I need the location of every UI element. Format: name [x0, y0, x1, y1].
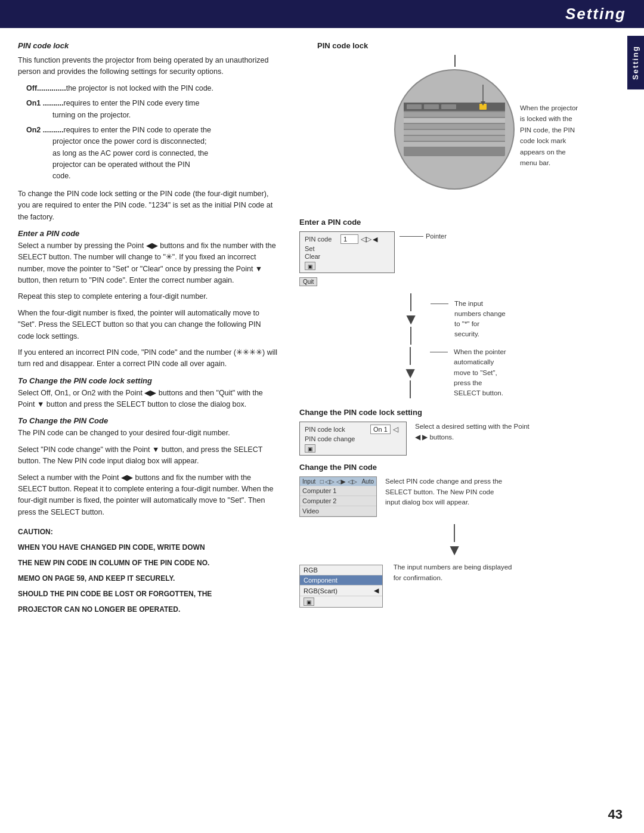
rgb-icon-row: ▣	[300, 596, 382, 607]
svg-rect-9	[404, 124, 505, 129]
annotation-text-2: When the pointerautomaticallymove to "Se…	[454, 347, 506, 398]
component-row: Component	[300, 575, 382, 586]
svg-rect-4	[424, 104, 439, 109]
annotation-1-content: The inputnumbers changeto "*" forsecurit…	[431, 299, 506, 340]
down-arrow-3: ▼	[447, 524, 462, 558]
annotation-2: When the pointerautomaticallymove to "Se…	[430, 347, 506, 398]
annot-line-2	[430, 352, 448, 352]
pin-code-box: PIN code 1 ◁▷ ◀ Set Clear ▣	[299, 231, 395, 273]
down-arrow-2-container: ▼ When the pointerautomaticallymove to "…	[299, 347, 609, 398]
v-line-2	[410, 327, 411, 345]
page-header: Setting	[0, 0, 644, 28]
change-lock-icon-btn[interactable]: ▣	[305, 444, 315, 453]
svg-rect-10	[404, 130, 505, 135]
change-pin-text1: The PIN code can be changed to your desi…	[18, 428, 279, 439]
change-lock-value: On 1	[370, 425, 391, 434]
svg-rect-12	[404, 142, 505, 147]
pin-code-diagram-1: PIN code 1 ◁▷ ◀ Set Clear ▣ Quit	[299, 231, 609, 286]
change-lock-ui-box: PIN code lock On 1 ◁ PIN code change ▣	[299, 422, 407, 456]
change-pin-title: To Change the PIN Code	[18, 416, 279, 425]
change-lock-note: Select a desired setting with the Point …	[415, 422, 534, 442]
input-selector-box: Input □ ◁▷ ◁▶ ◁▷ Auto Computer 1 Compute…	[299, 476, 377, 517]
pin-icon-btn[interactable]: ▣	[305, 262, 315, 270]
pin-row-1: PIN code 1 ◁▷ ◀	[305, 234, 389, 244]
change-lock-row-2: PIN code change	[305, 435, 401, 442]
v-line-1	[410, 293, 411, 311]
change-lock-box: PIN code lock On 1 ◁ PIN code change ▣	[299, 422, 407, 456]
change-lock-title: To Change the PIN code lock setting	[18, 376, 279, 385]
v-line-4	[410, 380, 411, 398]
change-lock-title-right: Change the PIN code lock setting	[299, 408, 609, 417]
option-off-label: Off..............	[26, 84, 66, 92]
change-pin-text2: Select "PIN code change" with the Point …	[18, 444, 279, 467]
caution-line-1: WHEN YOU HAVE CHANGED PIN CODE, WRITE DO…	[18, 542, 279, 553]
para1: To change the PIN code lock setting or t…	[18, 188, 279, 223]
computer2-row: Computer 2	[300, 496, 376, 506]
circle-diagram-container: When the projectoris locked with thePIN …	[392, 67, 517, 194]
pin-icon-row: ▣	[305, 262, 389, 270]
down-arrow-icon-2: ▼	[402, 365, 418, 380]
pin-enter-arrow: ◀	[373, 236, 377, 243]
pin-code-ui-box-1: PIN code 1 ◁▷ ◀ Set Clear ▣ Quit	[299, 231, 395, 286]
change-lock-arrows: ◁	[393, 425, 398, 433]
change-lock-label: PIN code lock	[305, 426, 370, 433]
computer1-row: Computer 1	[300, 486, 376, 496]
rgb-box-container: RGB Component RGB(Scart) ◀ ▣ The input n…	[299, 560, 609, 608]
quit-button[interactable]: Quit	[299, 277, 317, 286]
change-pin-text3: Select a number with the Point ◀▶ button…	[18, 472, 279, 519]
rgb-label: RGB	[304, 566, 379, 574]
change-lock-text: Select Off, On1, or On2 with the Point ◀…	[18, 388, 279, 411]
circle-line1: When the projectoris locked with thePIN …	[520, 104, 578, 166]
rgb-note: The input numbers are being displayed fo…	[394, 562, 513, 583]
change-lock-diagram: PIN code lock On 1 ◁ PIN code change ▣ S…	[299, 422, 609, 456]
svg-rect-7	[404, 112, 505, 117]
down-arrow-icon-3: ▼	[447, 542, 462, 558]
left-section-title: PIN code lock	[18, 41, 279, 50]
circle-text: When the projectoris locked with thePIN …	[520, 103, 624, 168]
annot-line-1	[431, 304, 448, 304]
content-area: PIN code lock This function prevents the…	[0, 28, 644, 815]
pin-code-lock-title-right: PIN code lock	[317, 41, 368, 50]
svg-rect-5	[441, 104, 456, 109]
component-label: Component	[304, 577, 379, 584]
intro-paragraph: This function prevents the projector fro…	[18, 55, 279, 78]
pointer-line-container: Pointer	[400, 233, 447, 240]
left-column: PIN code lock This function prevents the…	[0, 28, 292, 815]
input-selector-header: Input □ ◁▷ ◁▶ ◁▷ Auto	[300, 477, 376, 486]
svg-rect-8	[404, 118, 505, 123]
change-lock-right-section: Change the PIN code lock setting PIN cod…	[299, 408, 609, 456]
circle-callout-text: When the projectoris locked with thePIN …	[520, 103, 624, 168]
quit-area: Quit	[299, 275, 395, 286]
input-header-icons: □ ◁▷ ◁▶ ◁▷	[320, 478, 357, 485]
enter-pin-text2: Repeat this step to complete entering a …	[18, 291, 279, 302]
option-on2-desc: requires to enter the PIN code to operat…	[64, 126, 211, 134]
caution-line-3: MEMO ON PAGE 59, AND KEEP IT SECURELY.	[18, 573, 279, 584]
pin-label: PIN code	[305, 236, 340, 243]
circle-diagram-svg	[392, 67, 517, 192]
pointer-label: Pointer	[426, 233, 447, 240]
annotation-text-1: The inputnumbers changeto "*" forsecurit…	[454, 299, 506, 340]
rgbscart-row: RGB(Scart) ◀	[300, 586, 382, 596]
down-arrow-2: ▼	[402, 347, 418, 398]
enter-pin-text4: If you entered an incorrect PIN code, "P…	[18, 347, 279, 370]
option-on1: On1 ..........requires to enter the PIN …	[26, 98, 279, 121]
pin-set-row: Set	[305, 245, 389, 252]
svg-rect-3	[407, 104, 422, 109]
change-lock-row-1: PIN code lock On 1 ◁	[305, 425, 401, 434]
rgbscart-label: RGB(Scart)	[304, 587, 374, 594]
caution-title: CAUTION:	[18, 527, 279, 537]
right-top-section: PIN code lock	[299, 41, 609, 194]
rgb-icon-btn[interactable]: ▣	[304, 597, 314, 606]
rgb-box: RGB Component RGB(Scart) ◀ ▣	[299, 565, 383, 608]
video-row: Video	[300, 506, 376, 516]
input-header-label: Input	[302, 478, 315, 485]
option-off: Off..............the projector is not lo…	[26, 83, 279, 94]
header-title: Setting	[565, 5, 626, 23]
option-off-desc: the projector is not locked with the PIN…	[66, 84, 213, 92]
option-on1-label: On1 ..........	[26, 99, 64, 107]
down-arrow-3-container: ▼	[299, 524, 609, 558]
enter-pin-title-right: Enter a PIN code	[299, 218, 609, 227]
caution-line-5: PROJECTOR CAN NO LONGER BE OPERATED.	[18, 604, 279, 615]
circle-area: When the projectoris locked with thePIN …	[299, 55, 609, 194]
v-line-3	[410, 347, 411, 365]
